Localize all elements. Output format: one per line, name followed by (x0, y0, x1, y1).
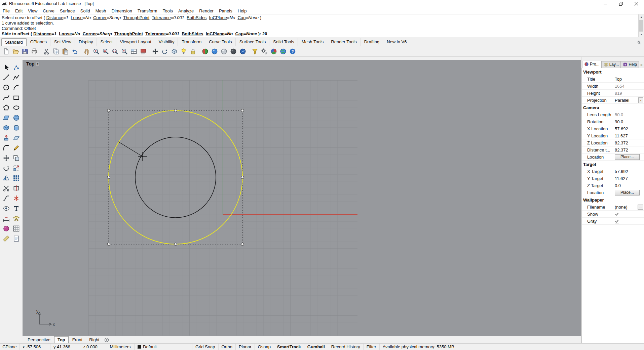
viewport-tab-right[interactable]: Right (86, 337, 102, 343)
tool-fillet-button[interactable] (1, 143, 11, 153)
toolbar-tab-options[interactable] (636, 40, 643, 46)
tool-ellipse-button[interactable] (11, 102, 22, 113)
viewport-tab-top[interactable]: Top (54, 336, 69, 343)
menu-solid[interactable]: Solid (78, 8, 93, 14)
menu-view[interactable]: View (25, 8, 40, 14)
tool-mirror-tool-button[interactable] (1, 173, 11, 183)
tool-move-button[interactable] (1, 153, 11, 163)
earth-button[interactable] (278, 47, 288, 56)
panel-tab-help[interactable]: ?Help (621, 61, 639, 68)
field-x-target[interactable]: 57.692 (615, 169, 628, 174)
tool-select-button[interactable] (1, 62, 11, 72)
menu-transform[interactable]: Transform (135, 8, 160, 14)
tool-text-button[interactable] (11, 203, 22, 213)
menu-surface[interactable]: Surface (57, 8, 78, 14)
tool-rotate-tool-button[interactable] (1, 163, 11, 173)
shaded-mode-button[interactable] (200, 47, 210, 56)
chevron-down-icon[interactable]: ▾ (36, 62, 40, 66)
tool-pencil-button[interactable] (11, 143, 22, 153)
toolbar-tab-cplanes[interactable]: CPlanes (27, 38, 50, 46)
menu-panels[interactable]: Panels (216, 8, 235, 14)
command-option[interactable]: Loose (71, 15, 82, 20)
menu-analyze[interactable]: Analyze (176, 8, 196, 14)
viewport-title[interactable]: Top ▾ (26, 61, 39, 67)
control-point[interactable] (241, 109, 244, 112)
control-point[interactable] (241, 243, 244, 246)
status-gumball[interactable]: Gumball (304, 344, 328, 350)
control-point[interactable] (174, 243, 177, 246)
command-area[interactable]: Select curve to offset ( Distance=1 Loos… (0, 14, 644, 37)
field-y-location[interactable]: 11.627 (615, 133, 628, 138)
tool-hide-button[interactable] (1, 203, 11, 213)
command-option[interactable]: BothSides (182, 31, 203, 36)
toolbar-tab-viewport-layout[interactable]: Viewport Layout (116, 38, 155, 46)
toolbar-tab-curve-tools[interactable]: Curve Tools (205, 38, 235, 46)
status-default[interactable]: Default (135, 344, 192, 350)
restore-button[interactable] (613, 0, 629, 7)
checkbox-show[interactable] (615, 212, 619, 216)
tool-curve-button[interactable] (1, 92, 11, 102)
status-planar[interactable]: Planar (236, 344, 255, 350)
undo-button[interactable] (70, 47, 79, 56)
browse-button[interactable]: ... (638, 205, 643, 210)
command-option[interactable]: Distance (46, 15, 64, 20)
field-distance-t[interactable]: 82.372 (615, 147, 628, 152)
tool-split-button[interactable] (11, 183, 22, 193)
toolbar-tab-new-in-v6[interactable]: New in V6 (383, 38, 410, 46)
minimize-button[interactable] (598, 0, 613, 7)
set-view-button[interactable] (169, 47, 179, 56)
status-cplane[interactable]: CPlane (0, 344, 20, 350)
tool-scale-tool-button[interactable] (11, 163, 22, 173)
paste-button[interactable] (61, 47, 70, 56)
control-point[interactable] (107, 176, 110, 179)
zoom-dynamic-button[interactable] (91, 47, 101, 56)
command-option[interactable]: ThroughPoint (114, 31, 143, 36)
menu-edit[interactable]: Edit (12, 8, 25, 14)
status-ortho[interactable]: Ortho (219, 344, 236, 350)
move-button[interactable] (151, 47, 160, 56)
status-x-57-506[interactable]: x -57.506 (20, 344, 50, 350)
tool-measure-button[interactable] (1, 233, 11, 244)
tool-trim-button[interactable] (1, 183, 11, 193)
place-button[interactable]: Place... (615, 190, 640, 195)
rotate-view-button[interactable] (160, 47, 169, 56)
tool-polygon-button[interactable] (1, 102, 11, 113)
command-option[interactable]: Tolerance (152, 15, 171, 20)
toolbar-tab-surface-tools[interactable]: Surface Tools (236, 38, 270, 46)
tool-box-button[interactable] (1, 123, 11, 133)
checkbox-gray[interactable] (615, 219, 619, 223)
tool-grid-tool-button[interactable] (11, 223, 22, 233)
control-point[interactable] (107, 109, 110, 112)
command-option[interactable]: Cap (238, 15, 246, 20)
control-point[interactable] (241, 176, 244, 179)
menu-render[interactable]: Render (196, 8, 216, 14)
toolbar-tab-select[interactable]: Select (97, 38, 116, 46)
command-option[interactable]: InCPlane (209, 15, 227, 20)
tool-plane-button[interactable] (11, 133, 22, 143)
ghosted-mode-button[interactable] (219, 47, 228, 56)
tool-notes-button[interactable] (11, 233, 22, 244)
field-z-location[interactable]: 82.372 (615, 140, 628, 145)
toolbar-tab-display[interactable]: Display (75, 38, 97, 46)
xray-mode-button[interactable] (229, 47, 238, 56)
panel-tab-pro[interactable]: Pro... (582, 61, 602, 68)
zoom-window-button[interactable] (101, 47, 110, 56)
toolbar-tab-solid-tools[interactable]: Solid Tools (269, 38, 298, 46)
menu-curve[interactable]: Curve (40, 8, 57, 14)
tool-arc-button[interactable] (11, 82, 22, 92)
command-option[interactable]: Distance (33, 31, 51, 36)
command-option[interactable]: Cap (235, 31, 244, 36)
close-button[interactable] (629, 0, 644, 7)
menu-tools[interactable]: Tools (160, 8, 176, 14)
zoom-extents-button[interactable] (110, 47, 119, 56)
chevron-down-icon[interactable]: ▾ (638, 97, 643, 103)
rendered-mode-button[interactable] (210, 47, 219, 56)
scroll-down-icon[interactable]: ▼ (639, 32, 644, 37)
tool-array-tool-button[interactable] (11, 173, 22, 183)
command-option[interactable]: Corner (83, 31, 97, 36)
command-option[interactable]: BothSides (187, 15, 206, 20)
menu-help[interactable]: Help (235, 8, 250, 14)
command-option[interactable]: Loose (59, 31, 72, 36)
menu-file[interactable]: File (0, 8, 12, 14)
tool-join-button[interactable] (1, 193, 11, 203)
